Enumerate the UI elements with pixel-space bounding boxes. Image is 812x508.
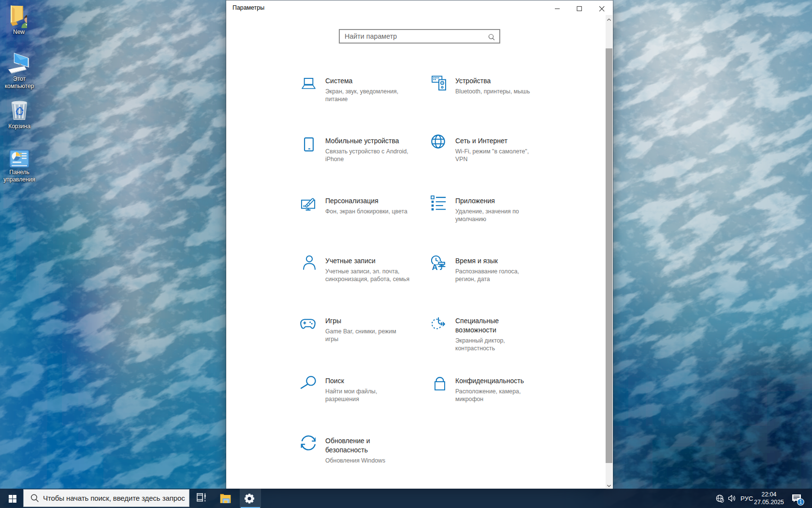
- svg-text:1: 1: [799, 499, 802, 505]
- svg-text:A: A: [432, 263, 438, 270]
